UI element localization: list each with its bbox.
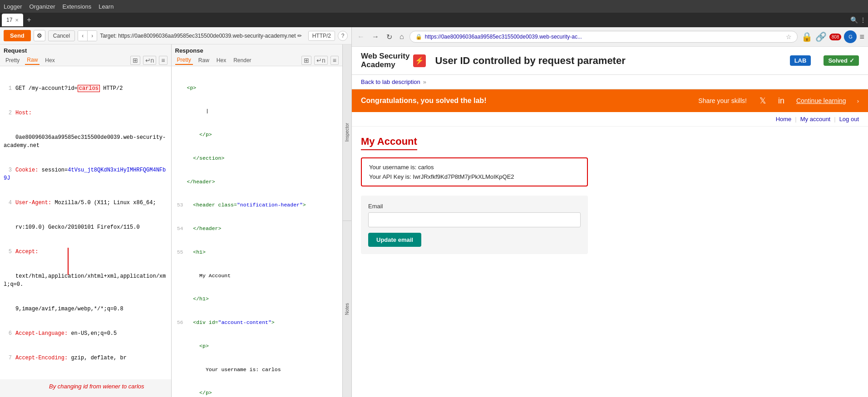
tab-pretty[interactable]: Pretty: [4, 56, 21, 64]
nav-sep-1: |: [795, 116, 796, 123]
info-box: Your username is: carlos Your API Key is…: [361, 157, 588, 186]
wsa-logo-line1: Web Security: [361, 52, 409, 61]
twitter-icon[interactable]: 𝕏: [760, 96, 766, 106]
nav-back-button[interactable]: ‹: [78, 31, 88, 41]
resp-wrap-icon[interactable]: ⊞: [301, 56, 311, 65]
share-skills-label: Share your skills!: [698, 97, 747, 104]
browser-menu-icon[interactable]: ≡: [859, 32, 864, 42]
menu-bar: Logger Organizer Extensions Learn: [0, 0, 868, 13]
response-panel: Response Pretty Raw Hex Render ⊞ ↵n ≡ <p…: [172, 44, 343, 397]
back-to-lab-link[interactable]: Back to lab description: [361, 78, 420, 85]
notif-count: 808: [829, 34, 842, 40]
notes-label: Notes: [345, 303, 350, 315]
profile-icon[interactable]: G: [844, 30, 857, 43]
tab-close-icon[interactable]: ✕: [15, 18, 19, 23]
response-code-area[interactable]: <p> | </p> </section> </header> 53 <head…: [172, 66, 343, 397]
chevrons-icon: »: [423, 78, 426, 85]
url-bar[interactable]: 🔒 https://0ae80096036aa99585ec315500de00…: [409, 31, 798, 43]
wsa-header: Web Security Academy ⚡ User ID controlle…: [352, 47, 868, 75]
request-title: Request: [0, 44, 171, 55]
browser-back-button[interactable]: ←: [355, 32, 366, 42]
code-line-3: 3Cookie: session=4tVsu_jt8QKdN3xiHyIMHRF…: [4, 166, 168, 182]
resp-more-icon[interactable]: ≡: [330, 56, 339, 65]
cancel-button[interactable]: Cancel: [48, 30, 75, 41]
continue-learning-link[interactable]: Continue learning: [796, 97, 846, 104]
email-label: Email: [368, 203, 581, 210]
more-icon[interactable]: ≡: [159, 56, 167, 65]
tab-search-icon[interactable]: 🔍: [850, 16, 858, 24]
inspector-label: Inspector: [345, 123, 350, 142]
browser-forward-button[interactable]: →: [370, 32, 381, 42]
resp-line-eheader: </header>: [175, 178, 339, 186]
edit-icon[interactable]: ✏: [297, 33, 302, 39]
nav-home-link[interactable]: Home: [776, 116, 792, 123]
wrap-icon[interactable]: ⊞: [130, 56, 140, 65]
browser-refresh-button[interactable]: ↻: [385, 32, 394, 42]
tab-raw[interactable]: Raw: [25, 56, 39, 65]
update-email-button[interactable]: Update email: [368, 233, 421, 247]
gear-button[interactable]: ⚙: [34, 30, 45, 41]
menu-learn[interactable]: Learn: [99, 3, 113, 10]
resp-line-54: 54 </header>: [175, 225, 339, 232]
resp-line-esect: </section>: [175, 154, 339, 162]
url-text: https://0ae80096036aa99585ec315500de0039…: [425, 34, 783, 40]
annotation-text: By changing id from wiener to carlos: [45, 379, 148, 393]
burp-panel: Send ⚙ Cancel ‹ › Target: https://0ae800…: [0, 27, 352, 397]
resp-ln-icon[interactable]: ↵n: [314, 56, 328, 65]
bookmark-icon[interactable]: ☆: [786, 33, 792, 40]
nav-my-account-link[interactable]: My account: [800, 116, 830, 123]
code-line-1: 1GET /my-account?id=carlos HTTP/2: [4, 84, 168, 93]
wsa-sub-header: Back to lab description »: [352, 75, 868, 89]
request-code-area[interactable]: 1GET /my-account?id=carlos HTTP/2 2Host:…: [0, 66, 171, 379]
email-input[interactable]: [368, 212, 581, 227]
code-line-4b: rv:109.0) Gecko/20100101 Firefox/115.0: [4, 223, 168, 231]
linkedin-icon[interactable]: in: [778, 96, 784, 106]
wsa-logo-line2: Academy: [361, 61, 409, 69]
menu-logger[interactable]: Logger: [4, 3, 22, 10]
target-url: https://0ae80096036aa99585ec315500de0039…: [118, 33, 296, 39]
page-title: User ID controlled by request parameter: [435, 55, 780, 67]
nav-forward-button[interactable]: ›: [88, 31, 97, 41]
toolbar: Send ⚙ Cancel ‹ › Target: https://0ae800…: [0, 27, 351, 44]
code-line-2: 2Host:: [4, 109, 168, 117]
request-tabs: Pretty Raw Hex ⊞ ↵n ≡: [0, 55, 171, 66]
menu-organizer[interactable]: Organizer: [29, 3, 55, 10]
resp-tab-pretty[interactable]: Pretty: [175, 56, 193, 65]
response-title: Response: [172, 44, 343, 55]
tab-17[interactable]: 17 ✕: [2, 14, 23, 26]
send-button[interactable]: Send: [4, 30, 31, 41]
resp-tab-render[interactable]: Render: [232, 56, 253, 64]
target-display: Target: https://0ae80096036aa99585ec3155…: [100, 33, 306, 39]
ln-icon[interactable]: ↵n: [143, 56, 157, 65]
solved-badge: Solved ✓: [824, 55, 859, 66]
main-layout: Send ⚙ Cancel ‹ › Target: https://0ae800…: [0, 27, 868, 397]
menu-extensions[interactable]: Extensions: [63, 3, 92, 10]
browser-home-button[interactable]: ⌂: [398, 32, 406, 42]
tab-add-icon[interactable]: +: [27, 16, 31, 24]
resp-line-55b: My Account: [175, 272, 339, 279]
tab-hex[interactable]: Hex: [43, 56, 56, 64]
resp-tab-raw[interactable]: Raw: [197, 56, 211, 64]
checkmark-icon: ✓: [849, 57, 854, 64]
wsa-content: My Account Your username is: carlos Your…: [352, 127, 868, 263]
code-line-6: 6Accept-Language: en-US,en;q=0.5: [4, 329, 168, 338]
extension-icon-1[interactable]: 🔒: [801, 31, 813, 42]
resp-line-ep: </p>: [175, 131, 339, 138]
resp-line-p: <p>: [175, 84, 339, 92]
extension-icon-2[interactable]: 🔗: [815, 31, 827, 42]
nav-logout-link[interactable]: Log out: [839, 116, 859, 123]
wsa-nav-links: Home | My account | Log out: [352, 112, 868, 127]
code-line-2b: 0ae80096036aa99585ec315500de0039.web-sec…: [4, 133, 168, 150]
tab-menu-icon[interactable]: ⋮: [860, 16, 866, 24]
username-line: Your username is: carlos: [369, 164, 580, 171]
wsa-logo: Web Security Academy ⚡: [361, 52, 426, 69]
help-button[interactable]: ?: [338, 31, 348, 41]
code-line-7: 7Accept-Encoding: gzip, deflate, br: [4, 354, 168, 362]
browser-chrome: ← → ↻ ⌂ 🔒 https://0ae80096036aa99585ec31…: [352, 27, 868, 47]
resp-line-55c: </h1>: [175, 295, 339, 303]
resp-tab-hex[interactable]: Hex: [215, 56, 228, 64]
congrats-banner: Congratulations, you solved the lab! Sha…: [352, 89, 868, 112]
target-prefix: Target:: [100, 33, 117, 39]
code-line-4: 4User-Agent: Mozilla/5.0 (X11; Linux x86…: [4, 199, 168, 207]
email-section: Email Update email: [361, 196, 588, 254]
